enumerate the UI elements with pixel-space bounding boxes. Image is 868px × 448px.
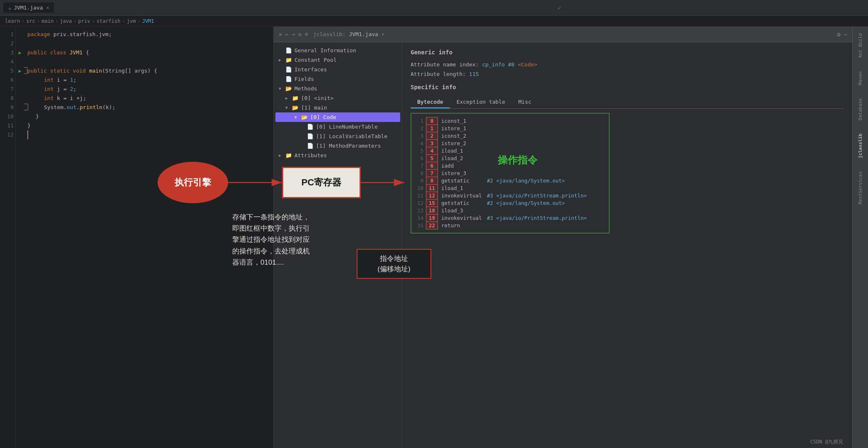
code-line-5: ▶ public static void main(String[] args)… [27,66,270,75]
tree-label-general-info: General Information [294,47,356,54]
tree-label-interfaces: Interfaces [294,66,327,73]
refresh-icon[interactable]: ↻ [298,31,301,37]
attr-name-row: Attribute name index: cp_info #8 <Code> [411,61,844,68]
code-line-1: package priv.starfish.jvm; [27,30,270,39]
instruction-address-box: 指令地址(偏移地址) [357,249,431,279]
expand-icon-3: ▶ [279,153,283,158]
jclasslib-pane: ✕ ← → ↻ ⊙ jclasslib: JVM1.java ✕ ⚙ − 📄 [274,27,852,448]
file-icon-4: 📄 [307,124,314,130]
code-line-10: } [27,112,270,121]
operation-instruction-label: 操作指令 [498,153,537,167]
file-icon-3: 📄 [285,76,292,82]
table-row: 3 2 iconst_2 [415,132,588,140]
tree-label-fields: Fields [294,76,314,82]
tree-item-localvariable[interactable]: 📄 [1] LocalVariableTable [274,131,402,141]
expand-icon: ▶ [279,58,283,62]
code-line-12 [27,130,28,139]
tree-item-linenumber[interactable]: 📄 [0] LineNumberTable [274,122,402,131]
attr-name-label: Attribute name index: [411,61,479,68]
table-row: 8 7 istore_3 [415,170,588,177]
folder-open-icon: 📂 [285,85,292,92]
attr-length-label: Attribute length: [411,71,466,77]
editor-tab[interactable]: ☕ JVM1.java ✕ [3,2,54,13]
tree-label-constant-pool: Constant Pool [294,57,337,63]
table-row: 15 22 return [415,222,588,229]
folder-open-icon-3: 📂 [301,114,308,120]
sidebar-database[interactable]: Database [858,95,863,124]
attr-name-suffix: <Code> [518,61,537,68]
table-row: 4 3 istore_2 [415,140,588,147]
attr-name-value: cp_info #8 [482,61,514,68]
table-row: 1 0 iconst_1 [415,117,588,125]
bytecode-tabs: Bytecode Exception table Misc [411,96,844,109]
code-line-7: int j = 2; [27,85,270,94]
code-line-9: System.out.println(k); [27,103,270,112]
forward-icon[interactable]: → [292,31,295,37]
tree-item-constant-pool[interactable]: ▶ 📁 Constant Pool [274,55,402,65]
tree-item-fields[interactable]: 📄 Fields [274,74,402,84]
sidebar-ant-build[interactable]: Ant Build [858,30,863,61]
tree-item-general-info[interactable]: 📄 General Information [274,46,402,55]
table-row: 13 18 iload_3 [415,207,588,214]
tree-item-methods[interactable]: ▼ 📂 Methods [274,84,402,93]
file-icon-2: 📄 [285,66,292,73]
info-panel: Generic info Attribute name index: cp_in… [402,42,852,448]
bytecode-table: 1 0 iconst_1 2 1 istore_1 [415,117,588,229]
close-jclasslib-tab-icon[interactable]: ✕ [382,32,384,37]
run-main-button[interactable]: ▶ [16,66,24,75]
tree-item-code[interactable]: ▼ 📂 [0] Code [275,112,400,122]
tree-item-main[interactable]: ▼ 📂 [1] main [274,103,402,112]
settings-icon[interactable]: ⊙ [305,31,308,37]
sidebar-maven[interactable]: Maven [858,68,863,88]
tree-item-methodparams[interactable]: 📄 [1] MethodParameters [274,141,402,151]
tab-exception[interactable]: Exception table [450,96,512,108]
file-icon-5: 📄 [307,133,314,139]
generic-info-title: Generic info [411,49,844,56]
close-jclasslib-icon[interactable]: ✕ [279,31,282,37]
close-icon[interactable]: ✕ [46,5,49,10]
tree-label-attributes: Attributes [294,152,327,158]
run-button[interactable]: ▶ [16,48,24,57]
file-icon: 📄 [285,47,292,54]
bytecode-container: 1 0 iconst_1 2 1 istore_1 [411,113,610,234]
tree-item-init[interactable]: ▶ 📁 [0] <init> [274,93,402,103]
tab-bytecode[interactable]: Bytecode [411,96,450,108]
attr-length-value: 115 [469,71,479,77]
expand-icon-2: ▶ [285,96,289,100]
table-row: 12 15 getstatic #2 <java/lang/System.out… [415,200,588,207]
tree-label-localvariable: [1] LocalVariableTable [316,133,387,139]
code-line-11: } [27,121,270,130]
editor-tab-label: JVM1.java [14,5,43,11]
folder-open-icon-2: 📂 [292,105,299,111]
table-row: 10 11 iload_1 [415,185,588,192]
collapse-icon-3: ▼ [294,115,299,119]
tree-item-interfaces[interactable]: 📄 Interfaces [274,65,402,74]
bottom-bar: CSDN @九师兄 [810,438,843,446]
jclasslib-tab-label: jclasslib: [313,31,345,37]
attr-length-row: Attribute length: 115 [411,71,844,77]
jclasslib-header: ✕ ← → ↻ ⊙ jclasslib: JVM1.java ✕ ⚙ − [274,27,852,42]
folder-icon-3: 📁 [285,152,292,158]
description-text: 存储下一条指令的地址， 即图红框中数字，执行引 擎通过指令地址找到对应 的操作指… [232,212,310,268]
collapse-icon: ▼ [279,86,283,91]
java-file-icon: ☕ [8,5,11,11]
pc-register-box: PC寄存器 [282,167,361,198]
breadcrumb: learn › src › main › java › priv › starf… [0,16,868,27]
tree-item-attributes[interactable]: ▶ 📁 Attributes [274,151,402,160]
gear-icon[interactable]: ⚙ [837,31,840,38]
collapse-icon-2: ▼ [285,105,289,110]
jclasslib-file-label[interactable]: JVM1.java [349,31,378,37]
specific-info-title: Specific info [411,84,844,90]
right-sidebar: Ant Build Maven Database jclasslib RestS… [852,27,868,448]
table-row: 11 12 invokevirtual #3 <java/io/PrintStr… [415,192,588,200]
minimize-icon[interactable]: − [844,31,847,38]
sidebar-restservices[interactable]: RestServices [858,168,863,207]
tab-misc[interactable]: Misc [512,96,538,108]
folder-icon-2: 📁 [292,95,299,101]
code-line-8: int k = i +j; [27,94,270,103]
back-icon[interactable]: ← [285,31,289,37]
tree-label-methodparams: [1] MethodParameters [316,143,381,149]
code-line-3: public class JVM1 { [27,48,270,57]
sidebar-jclasslib[interactable]: jclasslib [858,130,863,162]
tree-label-code: [0] Code [310,114,336,120]
